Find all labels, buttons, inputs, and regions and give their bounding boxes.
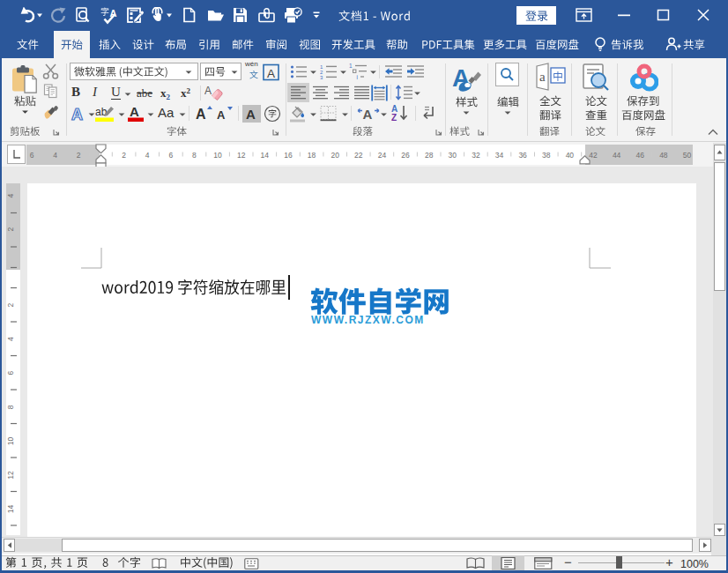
svg-text:a: a [539, 70, 546, 84]
svg-text:3: 3 [320, 75, 323, 80]
svg-text:ab: ab [95, 106, 108, 118]
svg-text:A: A [217, 108, 226, 122]
svg-text:Z: Z [391, 113, 397, 123]
svg-text:A: A [71, 106, 83, 123]
svg-text:i: i [357, 74, 358, 80]
svg-text:A: A [196, 107, 206, 122]
svg-text:A: A [204, 85, 212, 97]
svg-text:1: 1 [349, 63, 353, 69]
svg-text:A: A [130, 104, 139, 119]
svg-text:A: A [246, 107, 256, 122]
svg-text:A: A [363, 107, 373, 122]
svg-text:A: A [267, 67, 275, 80]
